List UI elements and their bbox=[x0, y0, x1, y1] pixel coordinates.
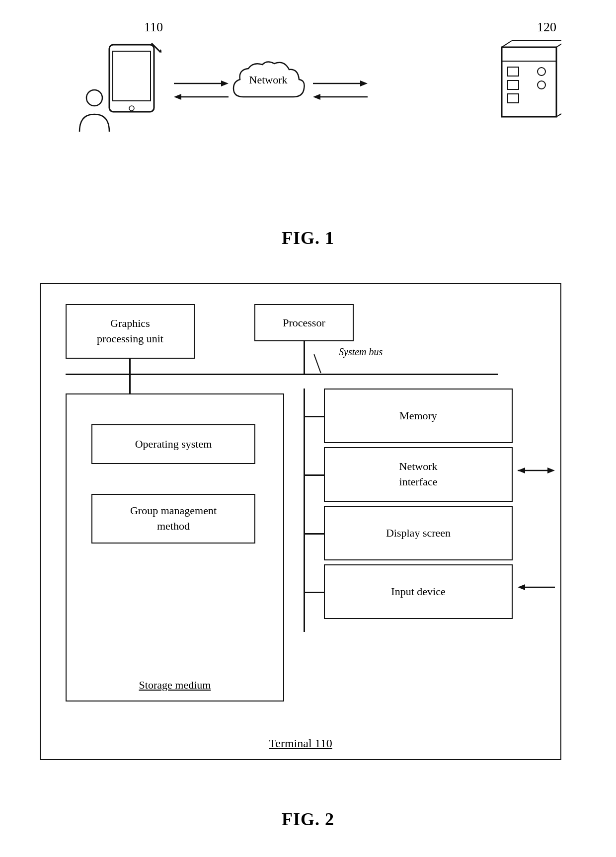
bus-slash-line bbox=[313, 354, 321, 373]
svg-marker-21 bbox=[174, 94, 181, 100]
svg-marker-25 bbox=[313, 94, 320, 100]
memory-box: Memory bbox=[324, 389, 513, 443]
processor-box: Processor bbox=[254, 304, 354, 341]
storage-box: Operating system Group managementmethod … bbox=[66, 393, 284, 701]
svg-rect-1 bbox=[109, 45, 154, 112]
display-screen-box: Display screen bbox=[324, 506, 513, 560]
svg-rect-6 bbox=[502, 47, 556, 117]
os-label: Operating system bbox=[135, 438, 212, 451]
storage-label: Storage medium bbox=[139, 679, 211, 692]
svg-marker-30 bbox=[518, 584, 525, 590]
arrow-right-1 bbox=[174, 78, 229, 88]
svg-rect-7 bbox=[502, 47, 556, 61]
processor-vertical-line bbox=[304, 341, 305, 374]
group-label: Group managementmethod bbox=[130, 503, 217, 534]
input-device-box: Input device bbox=[324, 564, 513, 619]
network-label: Network bbox=[249, 74, 288, 86]
memory-label: Memory bbox=[399, 408, 437, 424]
system-bus-label: System bus bbox=[339, 346, 383, 358]
svg-point-0 bbox=[86, 90, 102, 106]
terminal-box: Graphicsprocessing unit Processor System… bbox=[40, 283, 561, 760]
label-110: 110 bbox=[144, 20, 163, 35]
fig2-diagram: Graphicsprocessing unit Processor System… bbox=[30, 268, 586, 830]
svg-rect-9 bbox=[508, 80, 519, 89]
group-management-box: Group managementmethod bbox=[91, 494, 255, 544]
network-interface-label: Networkinterface bbox=[399, 459, 438, 490]
processor-label: Processor bbox=[283, 316, 325, 329]
gpu-box: Graphicsprocessing unit bbox=[66, 304, 195, 359]
svg-line-4 bbox=[152, 43, 160, 52]
fig1-caption: FIG. 1 bbox=[282, 228, 334, 248]
input-device-arrow bbox=[518, 582, 555, 592]
svg-rect-10 bbox=[508, 94, 519, 103]
terminal-label: Terminal 110 bbox=[269, 737, 332, 750]
tablet-icon bbox=[107, 42, 161, 114]
arrow-left-1 bbox=[174, 92, 229, 102]
svg-rect-8 bbox=[508, 67, 519, 76]
label-120: 120 bbox=[537, 20, 556, 35]
right-column: Memory Networkinterface Display screen I… bbox=[324, 389, 513, 623]
right-col-vline bbox=[304, 389, 305, 632]
storage-vertical-line bbox=[129, 375, 131, 394]
svg-rect-2 bbox=[113, 51, 151, 101]
rc-hline-input bbox=[304, 592, 324, 593]
network-interface-arrow bbox=[518, 466, 555, 475]
gpu-label: Graphicsprocessing unit bbox=[97, 316, 163, 347]
svg-marker-28 bbox=[518, 467, 525, 473]
svg-marker-19 bbox=[221, 80, 229, 86]
svg-line-13 bbox=[502, 41, 512, 47]
rc-hline-network bbox=[304, 474, 324, 476]
svg-marker-27 bbox=[547, 467, 555, 473]
arrow-left-2 bbox=[313, 92, 368, 102]
fig1-diagram: 110 120 Network bbox=[30, 15, 586, 253]
network-interface-box: Networkinterface bbox=[324, 447, 513, 502]
svg-marker-23 bbox=[360, 80, 368, 86]
svg-point-12 bbox=[538, 81, 545, 89]
display-screen-label: Display screen bbox=[386, 526, 451, 541]
server-icon bbox=[497, 40, 561, 122]
cloud-network: Network bbox=[224, 55, 313, 114]
os-box: Operating system bbox=[91, 424, 255, 464]
fig2-caption: FIG. 2 bbox=[282, 809, 334, 830]
rc-hline-display bbox=[304, 533, 324, 535]
svg-point-11 bbox=[538, 68, 545, 76]
arrow-right-2 bbox=[313, 78, 368, 88]
input-device-label: Input device bbox=[391, 584, 445, 600]
rc-hline-memory bbox=[304, 416, 324, 417]
svg-line-14 bbox=[556, 41, 561, 47]
svg-point-3 bbox=[129, 106, 134, 111]
gpu-vertical-line bbox=[129, 359, 131, 375]
